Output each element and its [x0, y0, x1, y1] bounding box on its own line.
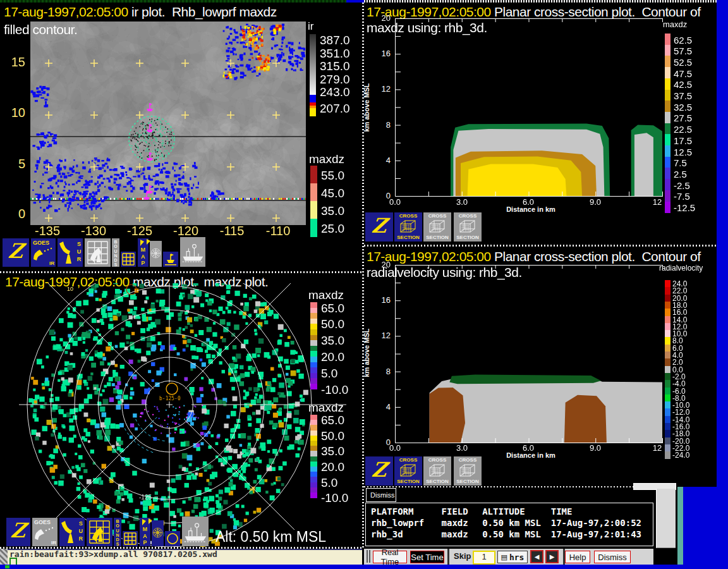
ir-y-tick: 15 — [4, 55, 25, 70]
xs-y-tick: 20 — [374, 260, 391, 269]
xs-maxdz-colorbar-value: 7.5 — [674, 157, 687, 168]
xs-maxdz-colorbar-segment — [665, 134, 670, 145]
ppi-maxdz-colorbar-segment — [310, 493, 317, 498]
ppi-maxdz-colorbar-value: 5.0 — [321, 476, 337, 490]
xs-y-tick: 12 — [374, 84, 391, 94]
ship-button[interactable] — [182, 517, 209, 546]
buoy-button[interactable] — [163, 252, 178, 267]
section-label: SECTION — [454, 235, 482, 240]
status-right-fill — [683, 487, 728, 569]
circle-target-button[interactable] — [165, 531, 180, 546]
surveillance-radar-button[interactable]: SUR — [58, 238, 83, 267]
surveillance-radar-button[interactable]: SUR — [59, 518, 85, 546]
ppi-radar-image[interactable] — [19, 283, 348, 547]
xs-radial-colorbar-segment — [665, 330, 670, 338]
goes-ir-button[interactable]: GOESIR — [32, 518, 58, 546]
zebra-logo-button[interactable]: Z — [365, 212, 393, 242]
cube-icon — [428, 219, 447, 235]
window-resize-corner[interactable] — [0, 549, 8, 565]
xs-maxdz-colorbar-segment — [665, 45, 670, 56]
top-edge-blue — [346, 0, 364, 3]
terminal-window[interactable]: rain:beaufait:93>xdump.all 970817.0205.x… — [8, 549, 362, 566]
grid-icon — [122, 253, 135, 266]
ppi-maxdz-colorbar-value: 20.0 — [321, 350, 344, 364]
cross-section-button[interactable]: CROSSSECTION — [423, 212, 451, 242]
xs-maxdz-colorbar-value: -2.5 — [674, 180, 690, 191]
cross-section-button[interactable]: CROSSSECTION — [394, 456, 422, 486]
xs-y-tick: 4 — [374, 156, 391, 165]
status-cell: rhb_3d — [371, 529, 442, 540]
ppi-altitude-label: Alt: 0.50 km MSL — [215, 529, 326, 546]
grid-button[interactable] — [123, 531, 138, 546]
xs-radial-colorbar-segment — [665, 337, 670, 345]
xs-maxdz-colorbar-value: 42.5 — [674, 79, 692, 90]
cross-section-button[interactable]: CROSSSECTION — [454, 456, 482, 486]
cross-section-button[interactable]: CROSSSECTION — [454, 212, 482, 242]
xs-radial-colorbar-label: radialvelocity — [659, 264, 703, 272]
radar-grid-button[interactable] — [87, 518, 112, 546]
map-button[interactable]: MAP — [140, 518, 150, 546]
ir-label: IR — [49, 260, 54, 266]
ir-colorbar-low-segment — [310, 108, 316, 116]
set-time-button[interactable]: Set Time — [410, 551, 444, 563]
xs-maxdz-colorbar-value: 12.5 — [674, 147, 692, 157]
step-back-button[interactable]: ◀ — [530, 550, 543, 563]
xs-x-tick: 0.0 — [389, 197, 401, 207]
zebra-logo-button[interactable]: Z — [365, 456, 393, 486]
xs-y-tick: 0 — [374, 437, 391, 447]
top-edge-right — [364, 0, 728, 3]
status-col-header: TIME — [551, 506, 653, 517]
zebra-logo-button[interactable]: Z — [6, 518, 30, 546]
ship-button[interactable] — [180, 237, 205, 267]
polar-grid-button[interactable] — [152, 520, 164, 546]
document-icon: ▤ — [501, 553, 507, 561]
cube-icon — [428, 463, 447, 479]
xs-maxdz-colorbar-value: 62.5 — [674, 35, 692, 46]
xs-radial-colorbar-segment — [665, 295, 670, 302]
ir-x-tick: -120 — [173, 224, 198, 238]
ir-y-tick: 0 — [4, 207, 25, 221]
xs-radial-colorbar-segment — [665, 373, 670, 381]
cube-icon — [399, 219, 418, 235]
section-label: SECTION — [394, 235, 422, 240]
grip-bars[interactable] — [367, 550, 368, 563]
step-forward-button[interactable]: ▶ — [545, 550, 559, 563]
map-button[interactable]: MAP — [138, 238, 149, 267]
ir-colorbar-value: 243.0 — [320, 85, 350, 99]
xs-maxdz-colorbar-value: 17.5 — [674, 135, 692, 146]
radar-grid-icon — [88, 520, 111, 544]
dismiss-button[interactable]: Dismiss — [594, 551, 631, 563]
ir-maxdz-colorbar-segment — [310, 166, 317, 184]
xs-x-tick: 9.0 — [590, 197, 601, 207]
polar-grid-button[interactable] — [150, 241, 162, 267]
real-time-button[interactable]: Real Time — [373, 551, 407, 563]
xs-y-tick: 16 — [374, 49, 391, 58]
cross-section-button[interactable]: CROSSSECTION — [423, 456, 451, 486]
zebra-z-icon: Z — [364, 212, 394, 239]
xs-y-tick: 20 — [374, 13, 391, 23]
xs-x-tick: 9.0 — [590, 443, 601, 453]
xs-maxdz-plot[interactable] — [392, 15, 665, 200]
bounds-button[interactable]: BOUNDS — [114, 518, 121, 546]
scrollbar-thumb[interactable] — [656, 489, 676, 548]
status-dismiss-button[interactable]: Dismiss — [366, 488, 396, 502]
hrs-unit-button[interactable]: ▤hrs — [497, 551, 528, 563]
bottom-edge — [0, 565, 728, 569]
goes-label: GOES — [31, 238, 56, 246]
skip-value-input[interactable]: 1 — [473, 551, 495, 565]
bounds-label: BOUNDS — [114, 518, 121, 547]
radar-grid-button[interactable] — [85, 238, 111, 267]
xs-radial-plot[interactable] — [392, 260, 665, 448]
radar-dish-icon — [60, 519, 76, 546]
goes-ir-button[interactable]: GOESIR — [31, 238, 56, 267]
grid-button[interactable] — [121, 252, 136, 267]
bounds-button[interactable]: BOUNDS — [112, 238, 119, 267]
xs-maxdz-colorbar-value: 22.5 — [674, 124, 692, 135]
help-button[interactable]: Help — [565, 551, 590, 563]
ir-satellite-image[interactable] — [30, 21, 306, 225]
xs-maxdz-colorbar-value: -12.5 — [674, 202, 695, 213]
zebra-logo-button[interactable]: Z — [3, 238, 29, 267]
panel-separator-left — [0, 271, 362, 273]
cross-section-button[interactable]: CROSSSECTION — [394, 212, 422, 242]
zebra-z-icon: Z — [5, 518, 32, 544]
